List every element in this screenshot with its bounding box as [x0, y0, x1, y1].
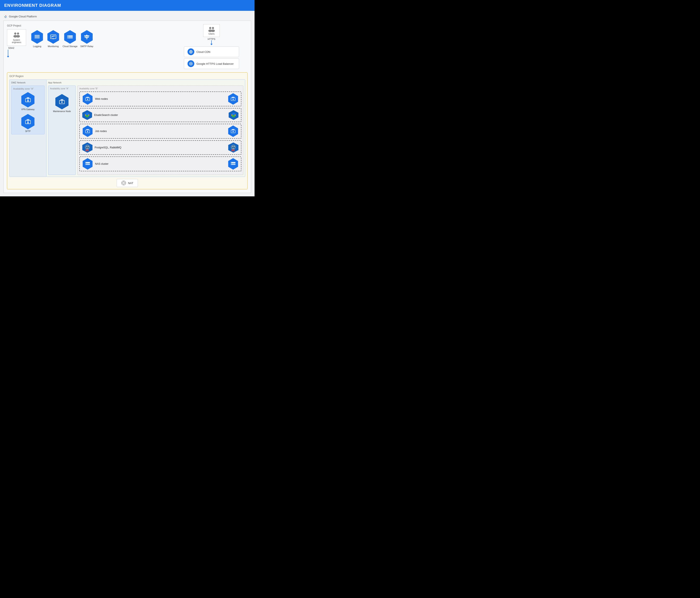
- job-icon-right: [231, 129, 236, 134]
- web-nodes-cluster: Web nodes: [79, 92, 242, 106]
- lb-icon: [188, 60, 194, 67]
- ssh2-arrow: SSH2: [7, 47, 26, 57]
- svg-rect-35: [28, 101, 28, 102]
- gcp-platform-text: Google Cloud Platform: [9, 15, 37, 18]
- nas-hex-left: [82, 158, 93, 170]
- postgres-icon-left: [82, 142, 93, 153]
- logging-label: Logging: [33, 45, 41, 48]
- svg-point-83: [231, 164, 231, 165]
- cloud-storage-icon: [67, 34, 73, 39]
- job-node-hex-left: [82, 125, 93, 137]
- svg-point-79: [85, 164, 86, 165]
- svg-rect-47: [232, 97, 234, 98]
- maintenance-label: Maintenance Node: [53, 110, 71, 113]
- nat-box: NAT: [117, 179, 138, 187]
- job-node-hex-right: [227, 125, 239, 137]
- service-monitoring: Monitoring: [47, 30, 60, 48]
- svg-line-28: [190, 63, 190, 64]
- svg-point-66: [86, 146, 87, 147]
- svg-rect-37: [27, 119, 29, 121]
- lb-svg-icon: [189, 62, 193, 66]
- sftp-label: SFTP: [25, 130, 31, 133]
- service-logging: Logging: [30, 30, 44, 48]
- cloud-storage-label: Cloud Storage: [62, 45, 77, 48]
- top-row: GCP Project System en: [7, 24, 248, 69]
- cloud-cdn-icon: [188, 48, 194, 55]
- job-nodes-label: Job nodes: [95, 130, 226, 133]
- svg-point-3: [17, 32, 19, 34]
- gcp-region-label: GCP Region: [9, 75, 245, 78]
- services-row: Logging: [30, 30, 94, 48]
- web-nodes-label: Web nodes: [95, 97, 226, 100]
- maintenance-icon: [58, 98, 65, 105]
- svg-rect-74: [232, 149, 233, 151]
- monitoring-label: Monitoring: [48, 45, 58, 48]
- svg-point-26: [190, 62, 192, 65]
- sftp-node: SFTP: [20, 114, 35, 133]
- system-engineers-icon: [13, 32, 20, 38]
- header-title: ENVIRONMENT DIAGRAM: [4, 3, 61, 8]
- vpn-gateway-label: VPN Gateway: [21, 108, 34, 111]
- inner-az-row: Availability zone "A": [48, 86, 243, 175]
- cloud-cdn-box: Cloud CDN: [184, 47, 239, 57]
- users-label: Users: [208, 32, 215, 35]
- svg-rect-68: [86, 149, 87, 151]
- elastic-svg-right: [228, 110, 239, 120]
- cloud-cdn-label: Cloud CDN: [196, 50, 210, 53]
- users-box: Users: [203, 24, 220, 37]
- google-logo-icon: [3, 14, 8, 19]
- az-a-dmz: Availability zone "A": [11, 86, 45, 135]
- svg-rect-39: [28, 123, 28, 123]
- gcp-project-label: GCP Project: [7, 24, 94, 27]
- svg-point-85: [123, 182, 125, 184]
- postgres-icon-right: [228, 142, 239, 153]
- az-b: Availability zone "B": [77, 86, 243, 175]
- vpn-gateway-node: VPN Gateway: [20, 92, 35, 111]
- users-icon: [208, 26, 215, 32]
- logging-icon: [34, 34, 40, 39]
- app-network: App Network Availability zone "A": [46, 79, 245, 177]
- svg-point-20: [212, 27, 214, 29]
- svg-rect-5: [34, 35, 40, 35]
- monitoring-hex: [47, 30, 60, 44]
- svg-point-48: [233, 99, 234, 100]
- svg-point-73: [234, 146, 234, 147]
- elastic-icon-right: [228, 110, 239, 120]
- nas-cluster: NAS cluster: [79, 157, 242, 171]
- svg-rect-41: [61, 99, 63, 101]
- svg-rect-15: [85, 37, 89, 38]
- nat-label: NAT: [128, 182, 133, 185]
- job-nodes-cluster: Job nodes: [79, 124, 242, 139]
- gcp-platform-label: Google Cloud Platform: [3, 14, 251, 19]
- svg-rect-6: [34, 36, 40, 37]
- service-cloud-storage: Cloud Storage: [62, 30, 77, 48]
- vpn-icon: [25, 96, 31, 103]
- lb-box: Google HTTPS Load Balancer: [184, 58, 239, 69]
- web-node-icon-left: [85, 96, 90, 101]
- svg-line-31: [192, 64, 192, 64]
- az-a-label: Availability zone "A": [13, 88, 43, 90]
- cdn-svg-icon: [189, 50, 193, 54]
- web-node-icon-right: [231, 96, 236, 101]
- svg-point-21: [211, 29, 215, 32]
- elastic-svg-left: [82, 110, 93, 120]
- nas-icon-right: [230, 162, 236, 166]
- postgres-svg-right: [228, 142, 239, 153]
- maintenance-hex: [54, 94, 70, 109]
- elasticsearch-cluster: ElsaticSearch cluster: [79, 108, 242, 122]
- nas-icon-left: [85, 162, 90, 166]
- right-top-section: Users HTTPS: [184, 24, 239, 69]
- az-a-app-label: Availability zone "A": [50, 88, 74, 90]
- engineers-and-services: System engineers SSH2: [7, 29, 94, 57]
- smtp-hex: [80, 30, 94, 44]
- gcp-outer-border: GCP Project System en: [3, 21, 251, 193]
- svg-point-62: [233, 131, 234, 132]
- svg-line-30: [192, 63, 192, 64]
- svg-point-71: [231, 145, 235, 149]
- smtp-icon: [84, 34, 90, 40]
- svg-rect-75: [233, 149, 234, 151]
- svg-point-59: [87, 131, 88, 132]
- svg-rect-7: [34, 38, 40, 38]
- gcp-region-box: GCP Region DMZ Network Availability zone…: [7, 72, 248, 189]
- svg-point-34: [27, 100, 29, 101]
